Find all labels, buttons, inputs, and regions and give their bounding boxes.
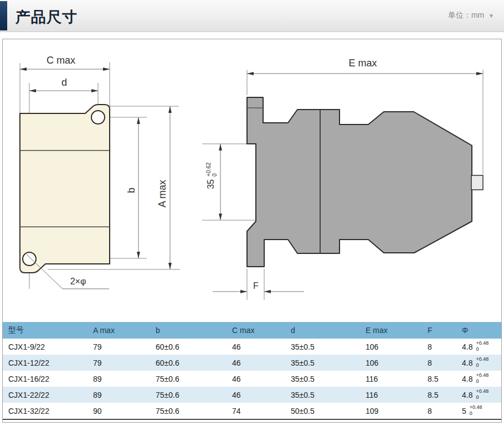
phi-tolerance: +0.480 (470, 404, 482, 416)
phi-value: 4.8+0.480 (462, 389, 501, 401)
mounting-hole-bottom (23, 252, 36, 266)
table-row: CJX1-12/22 79 60±0.6 46 35±0.5 106 8 4.8… (3, 355, 501, 371)
cell-model: CJX1-22/22 (3, 387, 93, 403)
col-header-e-max: E max (366, 322, 428, 339)
unit-value: mm (471, 11, 484, 19)
content-panel: C max d b A max 2×φ (2, 39, 502, 423)
label-rail-dim: 35 +0.62 0 (205, 162, 218, 189)
cell-model: CJX1-9/22 (3, 339, 93, 355)
section-header: 产品尺寸 单位：mm ▼ (0, 0, 504, 32)
front-body (20, 105, 110, 273)
cell-model: CJX1-16/22 (3, 371, 93, 387)
phi-tolerance: +0.480 (476, 356, 488, 368)
label-rail-tol-lower: 0 (212, 173, 218, 176)
label-a-max: A max (157, 180, 168, 207)
phi-value: 4.8+0.480 (462, 357, 501, 368)
side-view: E max 35 +0.62 0 F (202, 58, 483, 300)
phi-value: 4.8+0.480 (462, 341, 501, 352)
col-header-phi: Φ (462, 322, 501, 339)
technical-drawing: C max d b A max 2×φ (3, 39, 501, 322)
label-b: b (126, 188, 137, 193)
label-f: F (253, 281, 259, 290)
label-rail-value: 35 (206, 179, 215, 189)
phi-tolerance: +0.480 (476, 340, 488, 352)
page-title: 产品尺寸 (16, 7, 78, 27)
col-header-f: F (428, 322, 462, 339)
accent-bar (0, 1, 7, 30)
unit-selector[interactable]: 单位：mm ▼ (448, 11, 494, 20)
dimension-diagram: C max d b A max 2×φ (3, 39, 501, 322)
table-row: CJX1-22/22 89 75±0.6 46 35±0.5 116 8.5 4… (3, 387, 501, 403)
mounting-hole-top (91, 111, 105, 124)
col-header-a-max: A max (93, 322, 156, 339)
phi-value: 4.8+0.480 (462, 373, 501, 385)
side-terminal-tab (471, 175, 483, 190)
cell-model: CJX1-12/22 (3, 355, 93, 371)
phi-tolerance: +0.480 (476, 388, 488, 400)
label-c-max: C max (47, 55, 75, 66)
col-header-c-max: C max (232, 322, 291, 339)
table-row: CJX1-16/22 89 75±0.6 46 35±0.5 116 8.5 4… (3, 371, 501, 387)
col-header-model: 型号 (3, 322, 93, 339)
label-e-max: E max (348, 58, 377, 69)
phi-value: 5+0.480 (462, 405, 501, 417)
chevron-down-icon: ▼ (488, 13, 494, 19)
label-d: d (61, 77, 67, 88)
unit-label: 单位： (448, 11, 471, 19)
label-rail-tol-upper: +0.62 (205, 162, 212, 176)
side-body (247, 97, 472, 267)
front-view: C max d b A max 2×φ (20, 55, 180, 289)
dimensions-table: 型号 A max b C max d E max F Φ CJX1-9/22 7… (3, 322, 501, 420)
label-holes: 2×φ (70, 277, 86, 286)
col-header-b: b (156, 322, 232, 339)
col-header-d: d (291, 322, 366, 339)
table-row: CJX1-9/22 79 60±0.6 46 35±0.5 106 8 4.8+… (3, 339, 501, 355)
table-row: CJX1-32/22 90 75±0.6 74 50±0.5 109 8 5+0… (3, 403, 501, 419)
cell-model: CJX1-32/22 (3, 403, 93, 419)
phi-tolerance: +0.480 (476, 372, 488, 384)
table-header-row: 型号 A max b C max d E max F Φ (3, 322, 501, 339)
